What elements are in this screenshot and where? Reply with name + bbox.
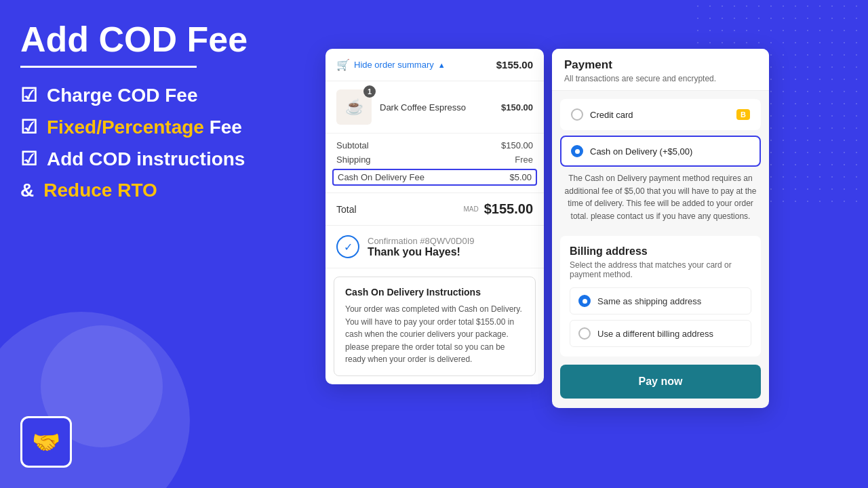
cod-radio-inner (575, 149, 580, 154)
total-amount: $155.00 (484, 201, 533, 217)
billing-subtitle: Select the address that matches your car… (570, 260, 751, 279)
order-toggle[interactable]: 🛒 Hide order summary ▲ (336, 58, 446, 71)
feature-fixed-suffix: Fee (210, 117, 242, 138)
cod-label: Cash on Delivery (+$5,00) (590, 146, 750, 157)
payment-title: Payment (564, 58, 757, 72)
cod-option[interactable]: Cash on Delivery (+$5,00) (560, 136, 761, 167)
ampersand-label: & (20, 180, 34, 201)
billing-different-option[interactable]: Use a different billing address (570, 320, 751, 347)
check-icon-3: ☑ (20, 148, 37, 170)
subtotal-value: $150.00 (501, 140, 533, 150)
product-price: $150.00 (501, 102, 533, 113)
brand-badge: B (736, 109, 750, 120)
app-icon: 🤝 (20, 416, 72, 468)
product-badge: 1 (363, 85, 376, 98)
feature-rto-highlight: Reduce RTO (43, 180, 157, 201)
total-amount-wrap: MAD $155.00 (463, 201, 533, 217)
payment-subtitle: All transactions are secure and encrypte… (564, 74, 757, 83)
cod-description: The Cash on Delivery payment method requ… (560, 172, 761, 228)
order-header-total: $155.00 (496, 59, 533, 70)
order-header: 🛒 Hide order summary ▲ $155.00 (326, 49, 544, 81)
chevron-up-icon: ▲ (438, 61, 446, 69)
pay-now-button[interactable]: Pay now (560, 365, 761, 399)
confirm-check-icon: ✓ (336, 235, 359, 258)
subtotal-label: Subtotal (336, 140, 369, 150)
payment-card: Payment All transactions are secure and … (552, 49, 769, 408)
confirmation-row: ✓ Confirmation #8QWV0D0I9 Thank you Haye… (326, 226, 544, 268)
check-icon-2: ☑ (20, 116, 37, 138)
cod-instructions-title: Cash On Delivery Instructions (345, 287, 524, 298)
confirmation-thank-you: Thank you Hayes! (368, 246, 475, 258)
product-image-wrap: ☕ 1 (336, 89, 372, 125)
cards-area: 🛒 Hide order summary ▲ $155.00 ☕ 1 Dark … (326, 49, 769, 408)
confirmation-id: Confirmation #8QWV0D0I9 (368, 236, 475, 246)
feature-rto: & Reduce RTO (20, 180, 312, 201)
billing-same-option[interactable]: Same as shipping address (570, 287, 751, 314)
cod-fee-value: $5.00 (509, 172, 532, 182)
feature-fixed: ☑ Fixed/Percentage Fee (20, 116, 312, 138)
product-row: ☕ 1 Dark Coffee Espresso $150.00 (326, 81, 544, 134)
billing-title: Billing address (570, 245, 751, 258)
left-panel: Add COD Fee ☑ Charge COD Fee ☑ Fixed/Per… (20, 20, 312, 201)
feature-instructions-label: Add COD instructions (47, 148, 245, 170)
shipping-row: Shipping Free (336, 155, 533, 165)
cod-fee-label: Cash On Delivery Fee (338, 172, 425, 182)
credit-card-radio[interactable] (571, 108, 583, 121)
billing-same-radio-inner (583, 299, 587, 304)
payment-header: Payment All transactions are secure and … (552, 49, 769, 91)
cod-radio[interactable] (571, 145, 583, 157)
payment-methods: Credit card B Cash on Delivery (+$5,00) … (552, 91, 769, 236)
line-items: Subtotal $150.00 Shipping Free Cash On D… (326, 134, 544, 193)
feature-charge: ☑ Charge COD Fee (20, 84, 312, 106)
credit-card-option[interactable]: Credit card B (560, 99, 761, 130)
cod-fee-row: Cash On Delivery Fee $5.00 (332, 169, 537, 186)
confirmation-text-wrap: Confirmation #8QWV0D0I9 Thank you Hayes! (368, 236, 475, 258)
billing-different-radio[interactable] (578, 327, 591, 340)
app-icon-emoji: 🤝 (32, 428, 60, 455)
total-currency: MAD (463, 205, 478, 213)
billing-same-label: Same as shipping address (597, 296, 701, 306)
billing-same-radio[interactable] (578, 295, 591, 307)
feature-instructions: ☑ Add COD instructions (20, 148, 312, 170)
check-icon-1: ☑ (20, 84, 37, 106)
cod-instructions-box: Cash On Delivery Instructions Your order… (334, 277, 536, 376)
billing-different-label: Use a different billing address (597, 329, 713, 339)
billing-section: Billing address Select the address that … (560, 236, 761, 357)
shipping-label: Shipping (336, 155, 371, 165)
total-label: Total (336, 204, 357, 215)
subtotal-row: Subtotal $150.00 (336, 140, 533, 150)
cart-icon: 🛒 (336, 58, 350, 71)
shipping-value: Free (515, 155, 533, 165)
feature-charge-label: Charge COD Fee (47, 85, 198, 106)
title-divider (20, 66, 197, 68)
order-card: 🛒 Hide order summary ▲ $155.00 ☕ 1 Dark … (326, 49, 544, 384)
feature-fixed-highlight: Fixed/Percentage (47, 117, 204, 138)
product-emoji: ☕ (345, 98, 363, 116)
cod-instructions-body: Your order was completed with Cash on De… (345, 303, 524, 366)
page-title: Add COD Fee (20, 20, 312, 59)
total-row: Total MAD $155.00 (326, 193, 544, 226)
product-name: Dark Coffee Espresso (380, 102, 501, 113)
order-toggle-label: Hide order summary (354, 60, 434, 70)
credit-card-label: Credit card (590, 110, 730, 120)
